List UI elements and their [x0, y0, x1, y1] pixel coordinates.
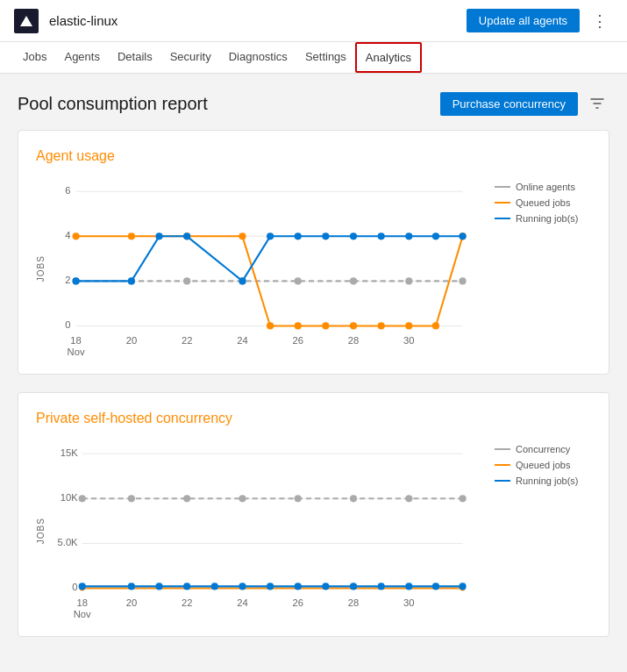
nav-bar: Jobs Agents Details Security Diagnostics…	[0, 42, 627, 74]
svg-point-66	[459, 495, 466, 502]
svg-point-70	[79, 583, 86, 590]
svg-text:Nov: Nov	[68, 347, 85, 357]
svg-point-31	[155, 232, 162, 239]
svg-text:Nov: Nov	[74, 609, 91, 619]
page-header: Pool consumption report Purchase concurr…	[18, 91, 609, 116]
logo-icon	[20, 16, 32, 26]
svg-point-75	[239, 583, 246, 590]
legend-queued-jobs-2: Queued jobs	[495, 460, 591, 470]
nav-item-settings[interactable]: Settings	[296, 42, 355, 73]
legend-online-agents: Online agents	[495, 182, 591, 192]
svg-point-25	[378, 322, 385, 329]
nav-item-diagnostics[interactable]: Diagnostics	[220, 42, 296, 73]
svg-point-62	[239, 495, 246, 502]
svg-point-83	[459, 583, 466, 590]
filter-icon[interactable]	[585, 91, 609, 116]
svg-point-16	[459, 277, 466, 284]
svg-text:26: 26	[293, 597, 303, 608]
svg-point-26	[405, 322, 412, 329]
svg-point-74	[211, 583, 218, 590]
svg-point-82	[432, 583, 439, 590]
nav-item-agents[interactable]: Agents	[55, 42, 108, 73]
svg-text:28: 28	[348, 597, 359, 608]
page-title: Pool consumption report	[18, 94, 208, 114]
svg-text:0: 0	[65, 319, 70, 330]
svg-point-30	[128, 277, 135, 284]
svg-point-21	[267, 322, 274, 329]
svg-point-37	[350, 232, 357, 239]
legend-concurrency-line	[495, 448, 510, 450]
svg-point-17	[73, 232, 80, 239]
private-concurrency-chart-area: JOBS 15K 10K 5.0K 0	[36, 440, 591, 622]
svg-point-73	[183, 583, 190, 590]
svg-text:28: 28	[348, 335, 359, 346]
app-logo	[14, 9, 39, 33]
svg-point-79	[350, 583, 357, 590]
legend-queued-jobs-2-label: Queued jobs	[516, 460, 570, 470]
legend-running-jobs-label: Running job(s)	[516, 213, 579, 224]
svg-point-27	[432, 322, 439, 329]
svg-text:15K: 15K	[61, 448, 78, 459]
private-concurrency-y-label: JOBS	[36, 440, 46, 622]
legend-running-jobs-2-line	[495, 480, 510, 482]
svg-text:26: 26	[293, 335, 303, 346]
app-header: elastic-linux Update all agents ⋮	[0, 0, 627, 42]
svg-point-59	[79, 495, 86, 502]
filter-svg	[589, 96, 605, 111]
agent-usage-title: Agent usage	[36, 148, 591, 164]
svg-point-41	[459, 232, 466, 239]
svg-point-60	[128, 495, 135, 502]
agent-usage-svg: 6 4 2 0	[51, 178, 481, 357]
more-options-icon[interactable]: ⋮	[587, 8, 613, 34]
app-title: elastic-linux	[49, 13, 467, 28]
svg-point-65	[405, 495, 412, 502]
svg-text:4: 4	[65, 230, 70, 240]
svg-text:18: 18	[70, 335, 81, 346]
private-concurrency-svg: 15K 10K 5.0K 0	[51, 440, 481, 619]
svg-point-76	[267, 583, 274, 590]
svg-point-39	[405, 232, 412, 239]
private-concurrency-chart-inner: 15K 10K 5.0K 0	[51, 440, 481, 622]
svg-text:30: 30	[403, 335, 414, 346]
update-all-agents-button[interactable]: Update all agents	[467, 9, 580, 32]
svg-text:10K: 10K	[61, 493, 78, 504]
legend-running-jobs: Running job(s)	[495, 213, 591, 224]
agent-usage-card: Agent usage JOBS 6 4 2 0	[18, 130, 609, 375]
agent-usage-legend: Online agents Queued jobs Running job(s)	[495, 178, 591, 360]
private-concurrency-card: Private self-hosted concurrency JOBS 15K…	[18, 392, 609, 637]
svg-point-15	[405, 277, 412, 284]
legend-running-jobs-2: Running job(s)	[495, 475, 591, 486]
nav-item-details[interactable]: Details	[109, 42, 161, 73]
legend-queued-jobs-line	[495, 202, 510, 204]
svg-point-24	[350, 322, 357, 329]
svg-point-29	[73, 277, 80, 284]
private-concurrency-legend: Concurrency Queued jobs Running job(s)	[495, 440, 591, 622]
purchase-concurrency-button[interactable]: Purchase concurrency	[440, 92, 578, 116]
nav-item-jobs[interactable]: Jobs	[14, 42, 55, 73]
svg-point-72	[155, 583, 162, 590]
svg-point-38	[378, 232, 385, 239]
svg-point-18	[128, 232, 135, 239]
svg-point-14	[350, 277, 357, 284]
svg-text:22: 22	[182, 335, 192, 346]
svg-point-81	[405, 583, 412, 590]
nav-item-analytics[interactable]: Analytics	[355, 42, 422, 73]
legend-concurrency: Concurrency	[495, 444, 591, 454]
legend-queued-jobs-label: Queued jobs	[516, 197, 570, 208]
svg-text:5.0K: 5.0K	[58, 538, 79, 548]
svg-point-77	[295, 583, 302, 590]
svg-text:18: 18	[76, 597, 87, 608]
svg-point-23	[322, 322, 329, 329]
svg-point-34	[267, 232, 274, 239]
svg-point-33	[239, 277, 246, 284]
nav-item-security[interactable]: Security	[161, 42, 220, 73]
private-concurrency-title: Private self-hosted concurrency	[36, 411, 591, 426]
svg-text:20: 20	[126, 597, 137, 608]
legend-running-jobs-line	[495, 218, 510, 219]
svg-point-35	[295, 232, 302, 239]
legend-running-jobs-2-label: Running job(s)	[516, 475, 579, 486]
svg-text:24: 24	[237, 597, 247, 608]
svg-point-22	[295, 322, 302, 329]
svg-point-11	[183, 277, 190, 284]
svg-point-20	[239, 232, 246, 239]
